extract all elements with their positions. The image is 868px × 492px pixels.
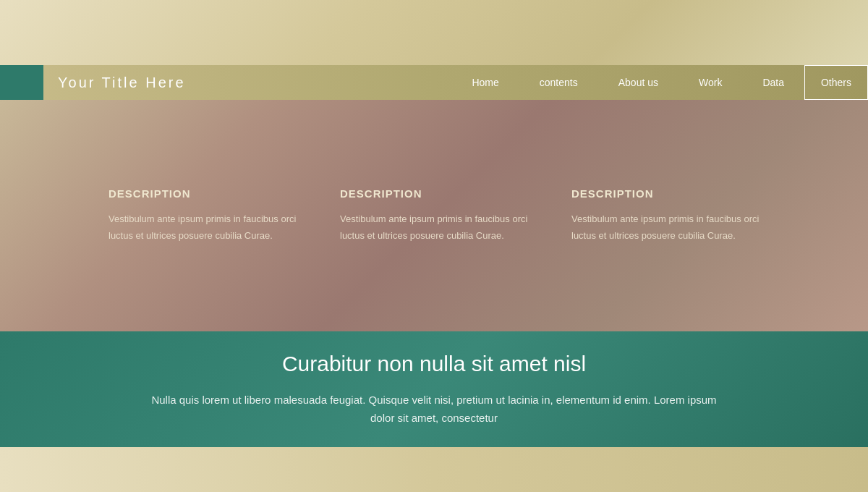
navbar: Your Title Here Home contents About us W…: [0, 65, 868, 100]
nav-item-contents[interactable]: contents: [519, 65, 598, 100]
description-title-1: DESCRIPTION: [109, 187, 297, 200]
teal-heading: Curabitur non nulla sit amet nisl: [282, 352, 586, 376]
bottom-footer: [0, 447, 868, 492]
nav-item-work[interactable]: Work: [678, 65, 742, 100]
description-title-3: DESCRIPTION: [571, 187, 760, 200]
top-banner: [0, 0, 868, 65]
description-text-2: Vestibulum ante ipsum primis in faucibus…: [340, 211, 528, 243]
nav-item-about[interactable]: About us: [598, 65, 678, 100]
description-text-3: Vestibulum ante ipsum primis in faucibus…: [571, 211, 760, 243]
nav-item-home[interactable]: Home: [451, 65, 519, 100]
nav-menu: Home contents About us Work Data Others: [451, 65, 868, 100]
description-block-2: DESCRIPTION Vestibulum ante ipsum primis…: [340, 187, 528, 243]
teal-section: Curabitur non nulla sit amet nisl Nulla …: [0, 331, 868, 447]
nav-item-data[interactable]: Data: [742, 65, 804, 100]
teal-body: Nulla quis lorem ut libero malesuada feu…: [145, 391, 723, 428]
description-block-3: DESCRIPTION Vestibulum ante ipsum primis…: [571, 187, 760, 243]
main-content-area: DESCRIPTION Vestibulum ante ipsum primis…: [0, 100, 868, 331]
description-title-2: DESCRIPTION: [340, 187, 528, 200]
brand-color-block: [0, 65, 43, 100]
descriptions-container: DESCRIPTION Vestibulum ante ipsum primis…: [109, 158, 760, 272]
description-text-1: Vestibulum ante ipsum primis in faucibus…: [109, 211, 297, 243]
description-block-1: DESCRIPTION Vestibulum ante ipsum primis…: [109, 187, 297, 243]
nav-item-others[interactable]: Others: [804, 65, 868, 100]
site-title: Your Title Here: [43, 75, 186, 91]
